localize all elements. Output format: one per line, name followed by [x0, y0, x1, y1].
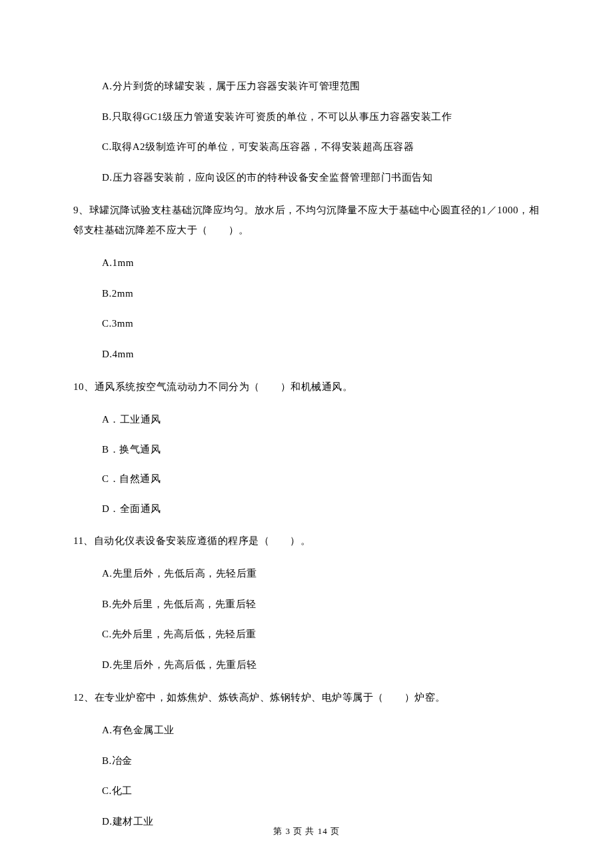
page-footer: 第 3 页 共 14 页: [0, 825, 613, 838]
q12-option-c: C.化工: [102, 783, 540, 799]
q9-option-c: C.3mm: [102, 316, 540, 331]
q9-option-b: B.2mm: [102, 286, 540, 301]
q10-option-c: C．自然通风: [102, 471, 540, 487]
q10-option-b: B．换气通风: [102, 442, 540, 457]
q9-option-d: D.4mm: [102, 347, 540, 362]
q11-option-b: B.先外后里，先低后高，先重后轻: [102, 597, 540, 612]
q12-option-b: B.冶金: [102, 753, 540, 769]
q8-option-b: B.只取得GC1级压力管道安装许可资质的单位，不可以从事压力容器安装工作: [102, 109, 540, 125]
q11-option-c: C.先外后里，先高后低，先轻后重: [102, 627, 540, 642]
q11-option-a: A.先里后外，先低后高，先轻后重: [102, 566, 540, 581]
q11-stem: 11、自动化仪表设备安装应遵循的程序是（ ）。: [73, 531, 540, 551]
question-12: 12、在专业炉窑中，如炼焦炉、炼铁高炉、炼钢转炉、电炉等属于（ ）炉窑。 A.有…: [73, 687, 540, 829]
question-9: 9、球罐沉降试验支柱基础沉降应均匀。放水后，不均匀沉降量不应大于基础中心圆直径的…: [73, 200, 540, 361]
q9-stem: 9、球罐沉降试验支柱基础沉降应均匀。放水后，不均匀沉降量不应大于基础中心圆直径的…: [73, 200, 540, 240]
q10-option-d: D．全面通风: [102, 501, 540, 517]
q10-stem: 10、通风系统按空气流动动力不同分为（ ）和机械通风。: [73, 377, 540, 397]
question-11: 11、自动化仪表设备安装应遵循的程序是（ ）。 A.先里后外，先低后高，先轻后重…: [73, 531, 540, 672]
q12-option-a: A.有色金属工业: [102, 723, 540, 738]
q8-option-d: D.压力容器安装前，应向设区的市的特种设备安全监督管理部门书面告知: [102, 170, 540, 185]
q11-option-d: D.先里后外，先高后低，先重后轻: [102, 657, 540, 673]
q12-stem: 12、在专业炉窑中，如炼焦炉、炼铁高炉、炼钢转炉、电炉等属于（ ）炉窑。: [73, 687, 540, 707]
q8-option-a: A.分片到货的球罐安装，属于压力容器安装许可管理范围: [102, 79, 540, 94]
q8-option-c: C.取得A2级制造许可的单位，可安装高压容器，不得安装超高压容器: [102, 139, 540, 155]
q9-option-a: A.1mm: [102, 255, 540, 271]
question-10: 10、通风系统按空气流动动力不同分为（ ）和机械通风。 A．工业通风 B．换气通…: [73, 377, 540, 516]
question-8-options: A.分片到货的球罐安装，属于压力容器安装许可管理范围 B.只取得GC1级压力管道…: [73, 79, 540, 185]
q10-option-a: A．工业通风: [102, 412, 540, 427]
